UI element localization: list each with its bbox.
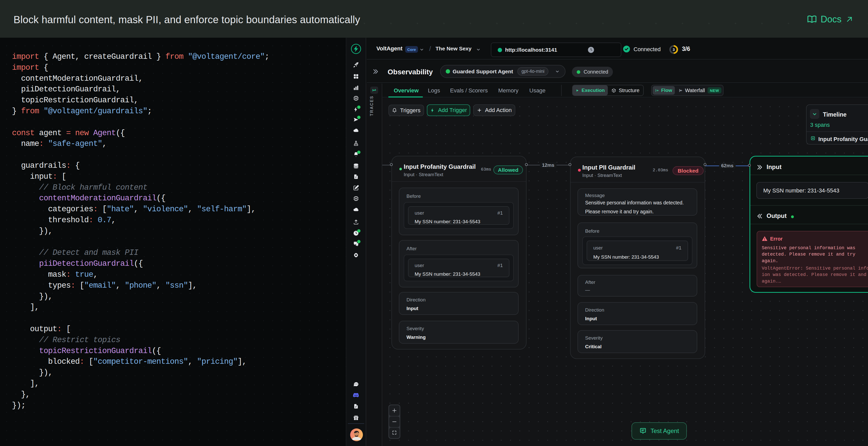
svg-text:3: 3 [673, 47, 675, 52]
